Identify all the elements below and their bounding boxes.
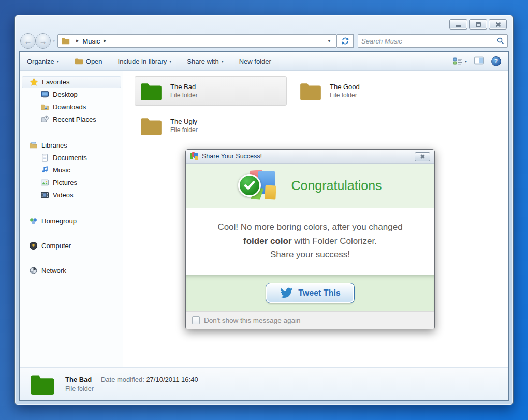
folder-tile-the-good[interactable]: The Good File folder bbox=[294, 76, 446, 106]
yellow-folder-icon bbox=[139, 115, 163, 137]
pictures-icon bbox=[40, 178, 49, 187]
recent-places-icon bbox=[40, 115, 49, 124]
sidebar-item-downloads[interactable]: Downloads bbox=[20, 100, 123, 113]
sidebar-item-music[interactable]: Music bbox=[20, 164, 123, 176]
organize-button[interactable]: Organize ▾ bbox=[27, 57, 59, 65]
preview-pane-button[interactable] bbox=[474, 56, 484, 66]
search-input[interactable] bbox=[361, 37, 497, 45]
sidebar-gap bbox=[20, 125, 123, 139]
search-box bbox=[358, 34, 508, 48]
share-with-button[interactable]: Share with ▾ bbox=[187, 57, 223, 65]
dialog-header: Congratulations bbox=[186, 164, 434, 208]
search-icon[interactable] bbox=[497, 37, 504, 45]
sidebar-item-network[interactable]: Network bbox=[20, 264, 123, 277]
dont-show-label[interactable]: Don't show this message again bbox=[204, 316, 300, 324]
location-folder-icon bbox=[61, 37, 70, 45]
folder-type: File folder bbox=[330, 92, 360, 99]
organize-label: Organize bbox=[27, 57, 54, 65]
sidebar-label: Pictures bbox=[53, 179, 77, 186]
window-controls bbox=[449, 19, 507, 30]
folder-type: File folder bbox=[170, 126, 198, 134]
music-note-icon bbox=[40, 166, 49, 175]
downloads-icon bbox=[40, 103, 49, 111]
network-globe-icon bbox=[29, 266, 38, 275]
details-type: File folder bbox=[65, 385, 198, 393]
forward-button[interactable]: → bbox=[35, 33, 51, 49]
libraries-icon bbox=[29, 141, 38, 150]
desktop-icon bbox=[40, 90, 49, 99]
dont-show-checkbox[interactable] bbox=[192, 316, 200, 324]
message-line-2-rest: with Folder Colorizer. bbox=[292, 236, 377, 246]
back-arrow-icon: ← bbox=[24, 37, 32, 46]
recent-pages-chevron-icon[interactable]: ▾ bbox=[53, 39, 55, 44]
folder-tile-the-ugly[interactable]: The Ugly File folder bbox=[135, 111, 287, 140]
change-view-button[interactable]: ▾ bbox=[453, 57, 467, 65]
refresh-button[interactable] bbox=[337, 34, 354, 48]
share-with-label: Share with bbox=[187, 57, 218, 65]
back-button[interactable]: ← bbox=[20, 33, 36, 49]
sidebar-item-videos[interactable]: Videos bbox=[20, 189, 123, 201]
tweet-this-button[interactable]: Tweet This bbox=[266, 283, 355, 303]
sidebar-gap bbox=[20, 227, 123, 239]
sidebar-item-desktop[interactable]: Desktop bbox=[20, 88, 123, 100]
message-line-1: Cool! No more boring colors, after you c… bbox=[217, 221, 402, 234]
include-label: Include in library bbox=[118, 57, 167, 65]
videos-icon bbox=[40, 191, 49, 199]
tweet-this-label: Tweet This bbox=[298, 288, 341, 298]
sidebar-item-recent-places[interactable]: Recent Places bbox=[20, 113, 123, 125]
sidebar-item-computer[interactable]: Computer bbox=[20, 239, 123, 252]
include-in-library-button[interactable]: Include in library ▾ bbox=[118, 57, 172, 65]
sidebar-label: Homegroup bbox=[41, 217, 77, 225]
sidebar-item-documents[interactable]: Documents bbox=[20, 151, 123, 164]
close-button[interactable] bbox=[489, 19, 507, 30]
sidebar-label: Documents bbox=[53, 154, 87, 162]
open-button[interactable]: Open bbox=[75, 57, 102, 65]
help-icon: ? bbox=[494, 57, 498, 65]
dialog-close-button[interactable] bbox=[415, 152, 430, 161]
sidebar-item-homegroup[interactable]: Homegroup bbox=[20, 214, 123, 227]
navigation-pane: Favorites Desktop Downloads bbox=[20, 71, 123, 367]
green-check-icon bbox=[238, 174, 261, 197]
sidebar-label: Libraries bbox=[41, 141, 67, 149]
folder-name: The Ugly bbox=[170, 118, 198, 125]
sidebar-item-libraries[interactable]: Libraries bbox=[20, 139, 123, 151]
message-line-2: folder color with Folder Colorizer. bbox=[243, 235, 377, 248]
details-date-value: 27/10/2011 16:40 bbox=[146, 375, 198, 383]
details-date-label: Date modified: bbox=[101, 375, 144, 383]
sidebar-label: Videos bbox=[53, 191, 74, 199]
sidebar-item-favorites[interactable]: Favorites bbox=[22, 76, 121, 88]
chevron-down-icon: ▾ bbox=[222, 59, 224, 64]
dialog-titlebar[interactable]: Share Your Success! bbox=[186, 150, 434, 164]
close-icon bbox=[420, 154, 425, 159]
folder-tile-the-bad[interactable]: The Bad File folder bbox=[135, 76, 287, 106]
new-folder-label: New folder bbox=[239, 57, 271, 65]
breadcrumb-arrow-icon[interactable]: ▶ bbox=[104, 39, 106, 43]
success-folders-check-icon bbox=[238, 170, 280, 202]
sidebar-label: Downloads bbox=[53, 103, 86, 111]
maximize-icon bbox=[476, 22, 481, 27]
dialog-footer: Don't show this message again bbox=[186, 311, 434, 329]
chevron-down-icon: ▾ bbox=[465, 59, 467, 64]
twitter-bird-icon bbox=[280, 287, 293, 299]
folder-type: File folder bbox=[170, 92, 198, 99]
chevron-down-icon: ▾ bbox=[169, 59, 171, 64]
breadcrumb-arrow-icon[interactable]: ▶ bbox=[76, 39, 79, 43]
address-bar[interactable]: ▶ Music ▶ ▼ bbox=[57, 34, 337, 48]
refresh-icon bbox=[341, 37, 349, 45]
sidebar-label: Favorites bbox=[42, 78, 69, 86]
share-success-dialog: Share Your Success! Congratulations Cool… bbox=[185, 149, 435, 329]
help-button[interactable]: ? bbox=[491, 56, 501, 66]
forward-arrow-icon: → bbox=[39, 37, 47, 46]
breadcrumb-location[interactable]: Music bbox=[82, 37, 100, 45]
new-folder-button[interactable]: New folder bbox=[239, 57, 271, 65]
maximize-button[interactable] bbox=[469, 19, 487, 30]
sidebar-gap bbox=[20, 252, 123, 264]
sidebar-item-pictures[interactable]: Pictures bbox=[20, 176, 123, 189]
sidebar-label: Network bbox=[41, 267, 66, 274]
star-icon bbox=[30, 78, 38, 86]
sidebar-label: Recent Places bbox=[53, 115, 96, 123]
minimize-button[interactable] bbox=[449, 19, 467, 30]
folder-name: The Bad bbox=[170, 83, 198, 91]
message-bold: folder color bbox=[243, 236, 292, 246]
address-dropdown-icon[interactable]: ▼ bbox=[324, 39, 334, 44]
